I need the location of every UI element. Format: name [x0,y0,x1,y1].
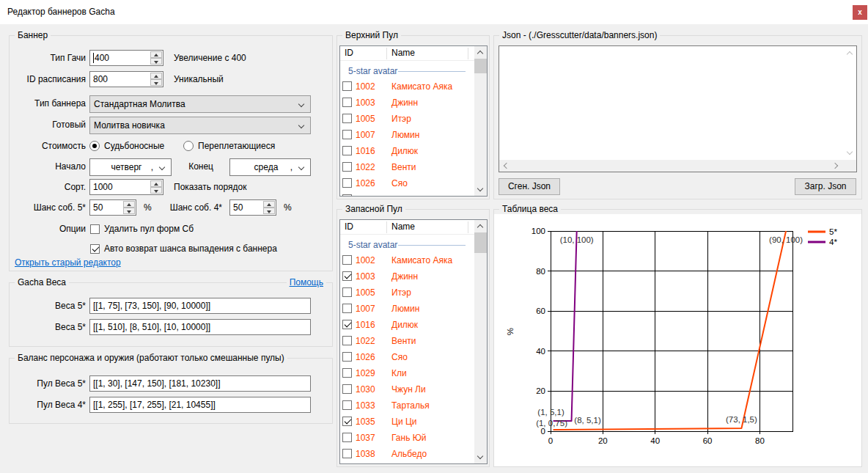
help-link[interactable]: Помощь [287,277,326,287]
row-checkbox[interactable] [342,384,352,394]
row-checkbox[interactable] [342,178,352,188]
row-checkbox[interactable] [342,81,352,91]
sort-spinner[interactable]: 1000 [89,179,163,195]
spin-down-button[interactable] [263,208,275,214]
column-header-name[interactable]: Name [391,46,415,60]
list-item[interactable]: 1003Джинн [340,95,474,111]
row-checkbox[interactable] [342,194,352,197]
list-item[interactable]: 1005Итэр [340,285,474,301]
weights5-input-1[interactable]: [[1, 75], [73, 150], [90, 10000]] [89,298,311,314]
end-select[interactable]: среда , [229,158,311,176]
spin-up-button[interactable] [150,180,162,187]
gacha-weights-title: Gacha Веса [15,277,69,287]
list-item[interactable]: 1030Чжун Ли [340,381,474,397]
open-old-editor-link[interactable]: Открыть старый редактор [15,254,121,271]
list-item[interactable]: 1003Джинн [340,268,474,285]
gacha-type-spinner[interactable]: 400 [89,50,163,66]
generate-json-button[interactable]: Сген. Json [499,178,560,195]
weights-chart-title: Таблица веса [499,204,561,214]
scrollbar[interactable] [474,46,487,196]
list-item[interactable]: 1005Итэр [340,111,474,127]
row-checkbox[interactable] [342,287,352,297]
scroll-down-button[interactable] [474,183,487,196]
scroll-thumb[interactable] [474,232,487,253]
spin-up-button[interactable] [150,51,162,58]
list-item[interactable]: 1022Венти [340,333,474,349]
scrollbar[interactable] [474,220,487,463]
row-checkbox[interactable] [342,352,352,362]
scroll-down-button[interactable] [474,451,487,463]
schedule-id-spinner[interactable]: 800 [89,71,163,87]
start-select[interactable]: четверг , [89,158,172,176]
weights5-input-2[interactable]: [[1, 510], [8, 510], [10, 10000]] [89,319,311,335]
scroll-thumb[interactable] [474,59,487,73]
row-checkbox[interactable] [342,162,352,172]
row-checkbox[interactable] [342,304,352,313]
spin-down-button[interactable] [150,58,162,65]
scroll-down-icon[interactable] [847,149,853,155]
row-checkbox[interactable] [342,271,352,281]
row-id: 1033 [356,397,375,414]
list-item[interactable]: 1002Камисато Аяка [340,252,474,268]
list-item-partial[interactable] [340,191,474,197]
scroll-left-icon[interactable] [504,163,510,169]
scroll-up-button[interactable] [474,220,487,232]
row-checkbox[interactable] [342,320,352,329]
spin-up-button[interactable] [123,201,135,208]
cost-radio-fate[interactable] [89,141,100,151]
row-checkbox[interactable] [342,400,352,410]
spin-up-button[interactable] [150,73,162,79]
list-item[interactable]: 1016Дилюк [340,143,474,159]
row-checkbox[interactable] [342,255,352,265]
list-item[interactable]: 1002Камисато Аяка [340,78,474,95]
horizontal-scrollbar[interactable] [499,160,856,172]
preset-select[interactable]: Молитва новичка [89,117,311,134]
remove-pool-checkbox[interactable] [90,224,100,234]
list-item[interactable]: 1026Сяо [340,175,474,191]
spin-down-button[interactable] [150,187,162,194]
text-caret [93,53,94,63]
pool-weights5-input[interactable]: [[1, 30], [147, 150], [181, 10230]] [89,375,311,392]
row-checkbox[interactable] [342,336,352,345]
list-item[interactable]: 1033Тарталья [340,397,474,414]
spin-up-button[interactable] [263,201,275,208]
svg-text:5*: 5* [829,227,837,236]
row-checkbox[interactable] [342,368,352,378]
row-checkbox[interactable] [342,449,352,458]
chance4-spinner[interactable]: 50 [229,199,276,216]
row-checkbox[interactable] [342,433,352,442]
list-item[interactable]: 1037Гань Юй [340,430,474,446]
list-item[interactable]: 1022Венти [340,159,474,175]
scroll-up-icon[interactable] [847,51,853,57]
json-textarea[interactable] [499,45,857,172]
spin-down-button[interactable] [150,79,162,86]
load-json-button[interactable]: Загр. Json [795,178,856,195]
svg-text:80: 80 [536,267,545,276]
vertical-scrollbar[interactable] [844,46,856,160]
row-checkbox[interactable] [342,146,352,155]
close-button[interactable]: x [853,5,867,20]
scroll-right-icon[interactable] [832,163,838,169]
row-checkbox[interactable] [342,130,352,139]
list-item[interactable]: 1007Люмин [340,301,474,317]
pool-weights4-input[interactable]: [[1, 255], [17, 255], [21, 10455]] [89,397,311,413]
column-header-id[interactable]: ID [345,220,353,234]
list-item[interactable]: 1007Люмин [340,127,474,143]
spin-down-button[interactable] [123,208,135,214]
list-item[interactable]: 1016Дилюк [340,317,474,333]
list-item[interactable]: 1026Сяо [340,349,474,365]
cost-radio-intertwined[interactable] [183,141,194,151]
row-checkbox[interactable] [342,98,352,107]
chance5-spinner[interactable]: 50 [89,199,136,216]
list-item[interactable]: 1029Кли [340,365,474,381]
column-header-id[interactable]: ID [345,46,353,60]
column-header-name[interactable]: Name [391,220,415,234]
list-item[interactable]: 1038Альбедо [340,446,474,462]
banner-type-select[interactable]: Стандартная Молитва [89,95,311,113]
row-checkbox[interactable] [342,417,352,426]
auto-return-checkbox[interactable] [90,244,100,254]
row-id: 1029 [356,365,375,381]
list-item[interactable]: 1035Ци Ци [340,414,474,430]
scroll-up-button[interactable] [474,46,487,59]
row-checkbox[interactable] [342,114,352,123]
